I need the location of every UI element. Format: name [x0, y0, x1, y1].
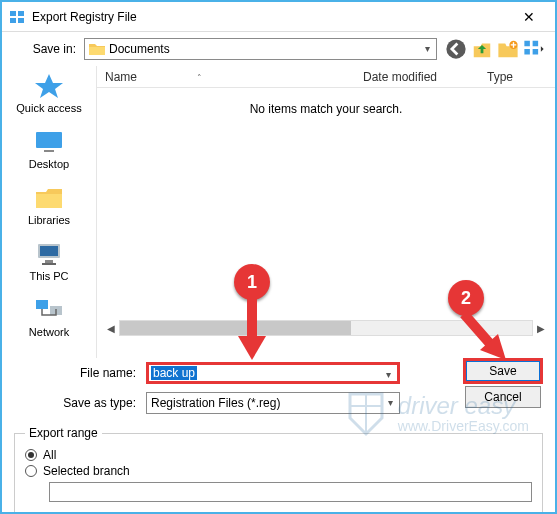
places-sidebar: Quick access Desktop Libraries This PC N…	[2, 66, 96, 358]
svg-rect-15	[40, 246, 58, 256]
main-area: Quick access Desktop Libraries This PC N…	[2, 66, 555, 358]
network-icon	[32, 296, 66, 324]
cancel-button[interactable]: Cancel	[465, 386, 541, 408]
svg-point-5	[446, 39, 465, 58]
sidebar-item-desktop[interactable]: Desktop	[2, 128, 96, 170]
svg-rect-3	[18, 18, 24, 23]
column-name[interactable]: Name˄	[97, 70, 355, 84]
sidebar-item-quick-access[interactable]: Quick access	[2, 72, 96, 114]
file-list-body: No items match your search. ◀ ▶	[97, 88, 555, 336]
desktop-icon	[32, 128, 66, 156]
svg-rect-10	[533, 49, 539, 55]
sort-indicator-icon: ˄	[197, 73, 202, 83]
up-level-icon[interactable]	[471, 38, 493, 60]
column-headers: Name˄ Date modified Type	[97, 66, 555, 88]
window-title: Export Registry File	[32, 10, 507, 24]
folder-icon	[89, 42, 105, 56]
sidebar-item-label: This PC	[29, 270, 68, 282]
export-range-group: Export range All Selected branch	[14, 426, 543, 513]
svg-rect-18	[36, 300, 48, 309]
column-date[interactable]: Date modified	[355, 70, 479, 84]
svg-rect-12	[44, 150, 54, 152]
sidebar-item-label: Libraries	[28, 214, 70, 226]
radio-selected-branch[interactable]: Selected branch	[25, 464, 532, 478]
sidebar-item-label: Desktop	[29, 158, 69, 170]
form-area: File name: back up ▾ Save as type: Regis…	[2, 358, 555, 418]
file-name-label: File name:	[12, 366, 136, 380]
chevron-down-icon: ▾	[388, 397, 393, 408]
export-range-legend: Export range	[25, 426, 102, 440]
svg-rect-2	[10, 18, 16, 23]
horizontal-scrollbar[interactable]: ◀ ▶	[103, 320, 549, 336]
sidebar-item-label: Network	[29, 326, 69, 338]
sidebar-item-network[interactable]: Network	[2, 296, 96, 338]
scroll-left-icon[interactable]: ◀	[103, 320, 119, 336]
svg-rect-1	[18, 11, 24, 16]
empty-message: No items match your search.	[97, 88, 555, 130]
nav-icons	[445, 38, 545, 60]
file-list: Name˄ Date modified Type No items match …	[96, 66, 555, 358]
svg-rect-4	[89, 47, 105, 55]
view-menu-icon[interactable]	[523, 38, 545, 60]
save-button[interactable]: Save	[465, 360, 541, 382]
chevron-down-icon: ▾	[425, 43, 430, 54]
save-in-row: Save in: Documents ▾	[2, 32, 555, 66]
libraries-icon	[32, 184, 66, 212]
back-icon[interactable]	[445, 38, 467, 60]
this-pc-icon	[32, 240, 66, 268]
svg-rect-8	[533, 41, 539, 47]
new-folder-icon[interactable]	[497, 38, 519, 60]
regedit-icon	[10, 9, 26, 25]
svg-rect-0	[10, 11, 16, 16]
scroll-right-icon[interactable]: ▶	[533, 320, 549, 336]
scroll-track[interactable]	[119, 320, 533, 336]
scroll-thumb[interactable]	[120, 321, 351, 335]
svg-rect-17	[42, 263, 56, 265]
svg-rect-7	[524, 41, 530, 47]
file-name-input[interactable]: back up ▾	[146, 362, 400, 384]
save-as-type-value: Registration Files (*.reg)	[151, 396, 280, 410]
sidebar-item-libraries[interactable]: Libraries	[2, 184, 96, 226]
close-icon[interactable]: ✕	[507, 3, 551, 31]
title-bar: Export Registry File ✕	[2, 2, 555, 32]
chevron-down-icon: ▾	[386, 369, 391, 380]
quick-access-icon	[32, 72, 66, 100]
radio-all[interactable]: All	[25, 448, 532, 462]
save-in-dropdown[interactable]: Documents ▾	[84, 38, 437, 60]
save-in-label: Save in:	[12, 42, 76, 56]
save-as-type-dropdown[interactable]: Registration Files (*.reg) ▾	[146, 392, 400, 414]
radio-selected-label: Selected branch	[43, 464, 130, 478]
radio-icon	[25, 465, 37, 477]
save-in-value: Documents	[109, 42, 170, 56]
save-as-type-label: Save as type:	[12, 396, 136, 410]
selected-branch-input[interactable]	[49, 482, 532, 502]
file-name-value: back up	[151, 366, 197, 380]
radio-all-label: All	[43, 448, 56, 462]
column-type[interactable]: Type	[479, 70, 555, 84]
radio-icon	[25, 449, 37, 461]
svg-rect-16	[45, 260, 53, 263]
sidebar-item-this-pc[interactable]: This PC	[2, 240, 96, 282]
svg-rect-11	[36, 132, 62, 148]
svg-rect-9	[524, 49, 530, 55]
sidebar-item-label: Quick access	[16, 102, 81, 114]
svg-rect-13	[36, 194, 62, 208]
